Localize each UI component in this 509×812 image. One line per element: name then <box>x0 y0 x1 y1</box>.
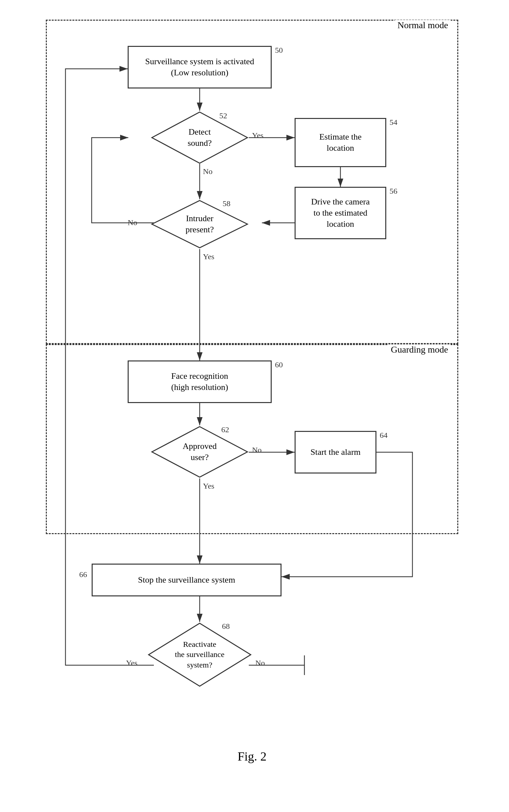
node-52-label: Detect sound? <box>188 126 212 149</box>
node-54-label: Estimate the location <box>319 131 361 154</box>
node-66-ref: 66 <box>79 570 87 579</box>
node-68-no-label: No <box>255 659 265 667</box>
diagram-container: Normal mode Guarding mode <box>26 20 478 773</box>
node-52-no-label: No <box>203 167 212 176</box>
node-52-yes-label: Yes <box>252 131 264 140</box>
node-56: Drive the camera to the estimated locati… <box>295 187 386 239</box>
node-62: Approved user? <box>150 425 249 478</box>
node-50-label: Surveillance system is activated (Low re… <box>145 56 254 78</box>
node-66: Stop the surveillance system <box>92 564 281 596</box>
node-58-no-label: No <box>128 218 137 227</box>
figure-caption: Fig. 2 <box>238 749 267 763</box>
node-68-label: Reactivate the surveillance system? <box>175 639 224 670</box>
normal-mode-label: Normal mode <box>395 20 451 30</box>
node-52-ref: 52 <box>219 112 227 120</box>
node-58-yes-label: Yes <box>203 252 214 261</box>
node-62-no-label: No <box>252 446 262 455</box>
node-60-ref: 60 <box>275 361 283 369</box>
node-62-label: Approved user? <box>183 441 217 463</box>
node-54: Estimate the location <box>295 118 386 167</box>
node-62-yes-label: Yes <box>203 482 214 491</box>
node-60-label: Face recognition (high resolution) <box>171 371 228 393</box>
node-50: Surveillance system is activated (Low re… <box>128 46 272 89</box>
node-68-ref: 68 <box>222 622 230 631</box>
node-64-ref: 64 <box>380 431 387 440</box>
node-68-yes-label: Yes <box>126 659 137 667</box>
node-56-ref: 56 <box>389 187 397 196</box>
node-50-ref: 50 <box>275 46 283 55</box>
node-64: Start the alarm <box>295 431 376 473</box>
node-66-label: Stop the surveillance system <box>138 574 235 586</box>
node-56-label: Drive the camera to the estimated locati… <box>311 196 370 229</box>
node-58-ref: 58 <box>223 199 231 208</box>
node-60: Face recognition (high resolution) <box>128 361 272 403</box>
node-54-ref: 54 <box>389 118 397 127</box>
node-52: Detect sound? <box>150 111 249 164</box>
node-62-ref: 62 <box>221 425 229 434</box>
node-68: Reactivate the surveillance system? <box>147 622 252 687</box>
node-58: Intruder present? <box>150 199 249 249</box>
node-58-label: Intruder present? <box>185 213 214 235</box>
guarding-mode-label: Guarding mode <box>388 344 451 355</box>
node-64-label: Start the alarm <box>310 447 361 458</box>
